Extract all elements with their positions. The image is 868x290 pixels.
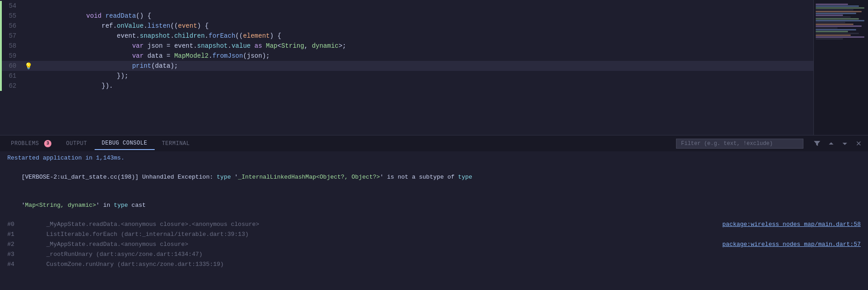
line-gutter-60: 💡: [24, 62, 33, 70]
panel-icons: [811, 139, 864, 148]
stack-frame-0-text: #0 _MyAppState.readData.<anonymous closu…: [7, 220, 722, 229]
line-number-61: 61: [0, 72, 24, 80]
stack-frame-1: #1 ListIterable.forEach (dart:_internal/…: [0, 230, 868, 240]
line-number-59: 59: [0, 52, 24, 60]
filter-area: [676, 139, 864, 149]
close-panel-button[interactable]: [853, 140, 864, 148]
green-bar-61: [0, 71, 2, 81]
chevron-up-button[interactable]: [825, 140, 837, 148]
green-bar-62: [0, 81, 2, 91]
filter-input[interactable]: [676, 139, 803, 149]
minimap[interactable]: [813, 0, 868, 135]
line-number-57: 57: [0, 32, 24, 40]
console-output[interactable]: Restarted application in 1,143ms. [VERBO…: [0, 151, 868, 290]
console-line-verbose-1: [VERBOSE-2:ui_dart_state.cc(198)] Unhand…: [0, 163, 868, 191]
green-bar-55: [0, 11, 2, 21]
filter-icon-button[interactable]: [811, 139, 823, 148]
chevron-down-button[interactable]: [839, 140, 851, 148]
green-bar-58: [0, 41, 2, 51]
stack-frame-1-text: #1 ListIterable.forEach (dart:_internal/…: [7, 230, 861, 239]
type-keyword-cast: type: [114, 202, 128, 209]
stack-frame-4: #4 CustomZone.runUnary (dart:async/zone.…: [0, 260, 868, 270]
problems-badge: 3: [44, 140, 51, 147]
green-bar-56: [0, 21, 2, 31]
line-number-62: 62: [0, 82, 24, 90]
chevron-down-icon: [842, 140, 848, 147]
tab-terminal[interactable]: TERMINAL: [155, 138, 197, 150]
tab-debug-console[interactable]: DEBUG CONSOLE: [95, 137, 155, 150]
console-line-restarted: Restarted application in 1,143ms.: [0, 153, 868, 163]
line-content-62: }).: [33, 71, 813, 101]
green-bar: [0, 1, 2, 11]
stack-frame-0: #0 _MyAppState.readData.<anonymous closu…: [0, 220, 868, 230]
exception-type-value: _InternalLinkedHashMap<Object?, Object?>: [238, 174, 380, 180]
panel-tabs: PROBLEMS 3 OUTPUT DEBUG CONSOLE TERMINAL: [0, 135, 868, 151]
chevron-up-icon: [828, 140, 834, 147]
line-number-54: 54: [0, 2, 24, 10]
stack-frame-2: #2 _MyAppState.readData.<anonymous closu…: [0, 240, 868, 250]
minimap-content: [814, 4, 868, 135]
line-number-58: 58: [0, 42, 24, 50]
line-number-56: 56: [0, 22, 24, 30]
stack-link-2[interactable]: package:wireless_nodes_map/main.dart:57: [722, 240, 861, 249]
code-lines: 54 55 void readData() { 56 re: [0, 0, 813, 91]
exception-type-keyword: type: [217, 174, 231, 180]
console-line-verbose-2: 'Map<String, dynamic>' in type cast: [0, 191, 868, 220]
stack-frame-2-text: #2 _MyAppState.readData.<anonymous closu…: [7, 240, 722, 249]
stack-link-0[interactable]: package:wireless_nodes_map/main.dart:58: [722, 220, 861, 229]
green-bar-57: [0, 31, 2, 41]
verbose-prefix: [VERBOSE-2:ui_dart_state.cc(198)] Unhand…: [21, 174, 217, 180]
warning-lightbulb-icon[interactable]: 💡: [25, 62, 32, 70]
tab-output[interactable]: OUTPUT: [59, 138, 94, 150]
line-number-60: 60: [0, 62, 24, 70]
line-number-55: 55: [0, 12, 24, 20]
code-panel[interactable]: 54 55 void readData() { 56 re: [0, 0, 813, 135]
stack-frame-3-text: #3 _rootRunUnary (dart:async/zone.dart:1…: [7, 250, 861, 259]
stack-frame-4-text: #4 CustomZone.runUnary (dart:async/zone.…: [7, 260, 861, 269]
filter-icon: [813, 140, 821, 147]
green-bar-59: [0, 51, 2, 61]
tab-problems[interactable]: PROBLEMS 3: [4, 137, 59, 150]
close-icon: [855, 140, 862, 147]
indent-62: [71, 82, 101, 90]
stack-frame-3: #3 _rootRunUnary (dart:async/zone.dart:1…: [0, 250, 868, 260]
editor-area: 54 55 void readData() { 56 re: [0, 0, 868, 135]
green-bar-60: [0, 61, 2, 71]
code-line-62: 62 }).: [0, 81, 813, 91]
